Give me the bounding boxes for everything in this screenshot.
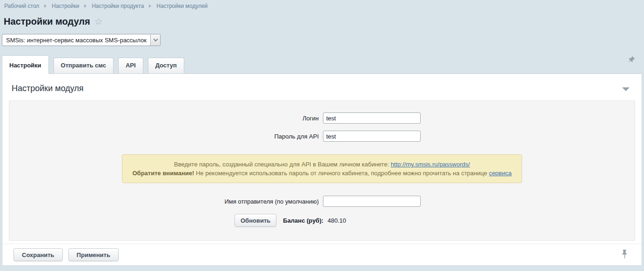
notice-box: Введите пароль, созданный специально для… [122,154,522,183]
section-title: Настройки модуля [12,84,84,93]
triangle-right-icon [84,4,87,8]
refresh-button[interactable]: Обновить [235,214,276,227]
api-password-input[interactable] [323,131,421,142]
service-link[interactable]: сервиса [489,170,512,177]
settings-panel: Настройки модуля Логин Пароль для API Вв… [2,73,642,266]
breadcrumb-item-module-settings[interactable]: Настройки модулей [156,3,208,9]
login-input[interactable] [323,112,421,124]
sender-name-input[interactable] [323,196,421,207]
page: Рабочий стол Настройки Настройки продукт… [0,0,644,266]
tab-settings[interactable]: Настройки [2,55,49,74]
module-select-value: SMSis: интернет-сервис массовых SMS-расс… [2,37,150,44]
balance-row: Обновить Баланс (руб): 480.10 [9,214,635,227]
module-select[interactable]: SMSis: интернет-сервис массовых SMS-расс… [2,34,161,46]
sender-name-row: Имя отправителя (по умолчанию) [9,196,635,207]
notice-attention-label: Обратите внимание! [133,170,195,177]
tab-bar: Настройки Отправить смс API Доступ [2,55,644,73]
breadcrumb: Рабочий стол Настройки Настройки продукт… [0,0,644,9]
api-password-row: Пароль для API [9,131,635,142]
collapse-triangle-icon[interactable] [622,87,630,91]
breadcrumb-item-desktop[interactable]: Рабочий стол [4,3,39,9]
favorite-star-icon[interactable]: ☆ [94,17,103,26]
notice-line-2: Обратите внимание! Не рекомендуется испо… [127,169,517,178]
tab-access[interactable]: Доступ [148,58,184,73]
section-header: Настройки модуля [2,74,642,100]
balance-label: Баланс (руб): [283,217,323,224]
balance-value: 480.10 [328,217,346,224]
chevron-down-icon [150,34,160,46]
notice-text-1: Введите пароль, созданный специально для… [174,161,391,168]
notice-text-2: Не рекомендуется использовать пароль от … [194,170,489,177]
sender-name-label: Имя отправителя (по умолчанию) [9,198,319,205]
breadcrumb-item-settings[interactable]: Настройки [52,3,79,9]
triangle-right-icon [149,4,151,8]
form-footer: Сохранить Применить [2,244,642,266]
pin-icon-bottom[interactable] [622,249,628,261]
form-area: Логин Пароль для API Введите пароль, соз… [9,100,635,241]
pin-icon[interactable] [628,56,636,65]
breadcrumb-item-product-settings[interactable]: Настройки продукта [92,3,144,9]
title-row: Настройки модуля ☆ [4,15,644,27]
triangle-right-icon [44,4,47,8]
tab-send-sms[interactable]: Отправить смс [54,58,114,73]
page-title: Настройки модуля [4,16,90,27]
login-row: Логин [9,112,635,124]
login-label: Логин [9,115,319,122]
apply-button[interactable]: Применить [68,248,119,261]
passwords-link[interactable]: http://my.smsis.ru/passwords/ [391,161,470,168]
tab-api[interactable]: API [118,58,143,73]
api-password-label: Пароль для API [9,133,319,140]
save-button[interactable]: Сохранить [13,248,63,261]
notice-line-1: Введите пароль, созданный специально для… [127,160,517,169]
